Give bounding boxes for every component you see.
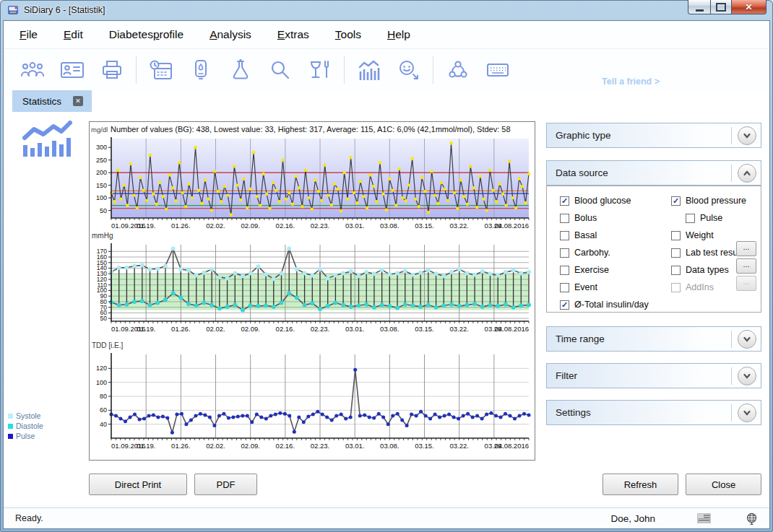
- svg-text:300: 300: [96, 144, 107, 151]
- toolbar-separator: [136, 56, 137, 84]
- legend-label: Diastole: [16, 422, 43, 430]
- svg-text:120: 120: [96, 365, 107, 372]
- svg-text:03.01.: 03.01.: [345, 222, 364, 230]
- menu-tools[interactable]: Tools: [335, 28, 361, 41]
- close-button[interactable]: Close: [686, 474, 761, 495]
- panel-graphic-type[interactable]: Graphic type: [546, 123, 761, 148]
- window-title: SiDiary 6 - [Statistik]: [24, 5, 105, 15]
- tab-close-icon[interactable]: ✕: [73, 96, 83, 106]
- globe-icon[interactable]: [746, 513, 758, 525]
- title-bar: SiDiary 6 - [Statistik]: [0, 0, 773, 20]
- smiley-export-icon[interactable]: [389, 54, 428, 86]
- svg-text:170: 170: [97, 248, 107, 255]
- panel-time-range[interactable]: Time range: [546, 326, 761, 352]
- menu-analysis[interactable]: Analysis: [210, 28, 251, 41]
- menu-extras[interactable]: Extras: [277, 28, 309, 41]
- print-icon[interactable]: [92, 54, 131, 86]
- unchecked-checkbox[interactable]: [560, 283, 569, 292]
- addins-more-button[interactable]: ...: [736, 276, 756, 291]
- unchecked-checkbox[interactable]: [560, 248, 569, 258]
- checkbox-row-carbohy-[interactable]: Carbohy.: [560, 244, 649, 261]
- refresh-button[interactable]: Refresh: [603, 474, 678, 495]
- separator: [731, 404, 732, 422]
- svg-text:100: 100: [96, 379, 107, 386]
- tab-statistics[interactable]: Statistics ✕: [12, 90, 92, 112]
- checked-checkbox[interactable]: ✓: [671, 196, 681, 206]
- svg-text:01.26.: 01.26.: [171, 325, 190, 333]
- panel-data-source[interactable]: Data source: [546, 160, 761, 186]
- language-flag-icon[interactable]: [697, 513, 711, 523]
- users-icon[interactable]: [12, 54, 52, 86]
- unchecked-checkbox[interactable]: [671, 248, 681, 258]
- menu-bar: FileEditDiabetesprofileAnalysisExtrasToo…: [4, 21, 769, 48]
- separator: [731, 367, 732, 385]
- unchecked-checkbox[interactable]: [560, 231, 569, 240]
- checkbox-row-lab-test-resu[interactable]: Lab test resu: [671, 244, 746, 261]
- separator: [731, 165, 732, 182]
- checkbox-row-pulse[interactable]: Pulse: [671, 209, 746, 227]
- svg-text:02.02.: 02.02.: [206, 222, 225, 230]
- svg-text:200: 200: [96, 169, 107, 176]
- svg-text:03.22.: 03.22.: [449, 442, 468, 450]
- checkbox-row-exercise[interactable]: Exercise: [560, 261, 649, 279]
- checked-checkbox[interactable]: ✓: [560, 196, 569, 206]
- svg-text:01.19.: 01.19.: [137, 442, 155, 450]
- chevron-down-icon[interactable]: [738, 126, 756, 145]
- calendar-clock-icon[interactable]: [141, 54, 181, 86]
- minimize-button[interactable]: [688, 0, 711, 14]
- unchecked-checkbox[interactable]: [560, 266, 569, 275]
- lab-flask-icon[interactable]: [220, 54, 260, 86]
- main-content: mg/dl Number of values (BG): 438, Lowest…: [4, 112, 769, 507]
- checkbox-row-bolus[interactable]: Bolus: [560, 209, 649, 227]
- unchecked-checkbox[interactable]: [671, 283, 681, 292]
- direct-print-button[interactable]: Direct Print: [89, 474, 187, 495]
- chevron-down-icon[interactable]: [738, 404, 756, 422]
- unchecked-checkbox[interactable]: [686, 214, 695, 223]
- maximize-icon: [716, 3, 726, 12]
- svg-text:03.22.: 03.22.: [449, 325, 468, 333]
- glucose-meter-icon[interactable]: [181, 54, 220, 86]
- svg-text:100: 100: [96, 194, 107, 201]
- close-window-button[interactable]: ✕: [731, 0, 766, 14]
- nutrition-icon[interactable]: [300, 54, 340, 86]
- checkbox-row-weight[interactable]: Weight: [671, 227, 746, 244]
- maximize-button[interactable]: [711, 0, 731, 14]
- menu-diabetesprofile[interactable]: Diabetesprofile: [109, 28, 183, 41]
- app-icon: [7, 4, 19, 16]
- panel-filter[interactable]: Filter: [546, 363, 761, 388]
- keyboard-icon[interactable]: [478, 54, 517, 86]
- unchecked-checkbox[interactable]: [671, 231, 681, 240]
- checked-checkbox[interactable]: ✓: [560, 300, 569, 310]
- tell-a-friend-link[interactable]: Tell a friend >: [602, 77, 660, 87]
- checkbox-row--total-insulin-day[interactable]: ✓Ø-Total insulin/day: [560, 296, 649, 313]
- checkbox-row-data-types[interactable]: Data types: [671, 261, 746, 279]
- checkbox-row-blood-pressure[interactable]: ✓Blood pressure: [671, 192, 746, 209]
- statistics-icon[interactable]: [349, 54, 389, 86]
- checkbox-row-basal[interactable]: Basal: [560, 227, 649, 244]
- menu-help[interactable]: Help: [387, 28, 410, 41]
- chevron-down-icon[interactable]: [738, 330, 756, 349]
- checkbox-label: Carbohy.: [574, 248, 610, 258]
- share-icon[interactable]: [438, 54, 478, 86]
- legend-label: Pulse: [16, 432, 35, 440]
- close-icon: ✕: [745, 2, 752, 12]
- checkbox-row-blood-glucose[interactable]: ✓Blood glucose: [560, 192, 649, 209]
- tab-strip: Statistics ✕: [4, 90, 769, 112]
- svg-text:04.08.2016: 04.08.2016: [494, 442, 529, 450]
- menu-edit[interactable]: Edit: [64, 28, 83, 41]
- lab-test-more-button[interactable]: ...: [736, 241, 756, 256]
- svg-text:01.19.: 01.19.: [137, 222, 155, 230]
- data-source-content: ✓Blood glucoseBolusBasalCarbohy.Exercise…: [546, 186, 761, 313]
- chevron-down-icon[interactable]: [738, 367, 756, 385]
- checkbox-row-event[interactable]: Event: [560, 279, 649, 296]
- unchecked-checkbox[interactable]: [560, 214, 569, 223]
- menu-file[interactable]: File: [20, 28, 38, 41]
- contact-card-icon[interactable]: [52, 54, 92, 86]
- checkbox-row-addins[interactable]: AddIns: [671, 279, 746, 296]
- panel-settings[interactable]: Settings: [546, 400, 761, 425]
- pdf-button[interactable]: PDF: [194, 474, 257, 495]
- data-types-more-button[interactable]: ...: [736, 258, 756, 274]
- search-icon[interactable]: [260, 54, 300, 86]
- unchecked-checkbox[interactable]: [671, 266, 681, 275]
- chevron-up-icon[interactable]: [738, 164, 756, 183]
